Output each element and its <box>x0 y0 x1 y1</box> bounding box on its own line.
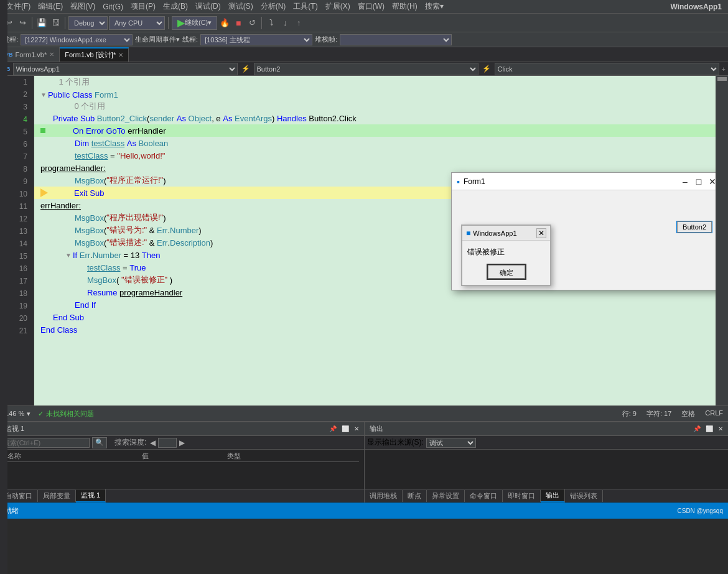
tab-label-form1: Form1.vb* <box>16 51 47 58</box>
col-info: 字符: 17 <box>646 409 671 419</box>
tab-output[interactable]: 输出 <box>541 489 565 502</box>
form-close-button[interactable]: ✕ <box>706 175 716 188</box>
save-icon[interactable]: 💾 <box>35 17 48 29</box>
debug-config-select[interactable]: Debug <box>68 16 108 30</box>
event-select[interactable]: Click <box>495 63 719 75</box>
menu-item-window[interactable]: 窗口(W) <box>354 0 388 13</box>
depth-prev[interactable]: ◀ <box>150 438 156 447</box>
watch-search-button[interactable]: 🔍 <box>92 437 107 448</box>
code-line-6: testClass = "Hello,world!" <box>34 149 716 162</box>
msgbox-ok-button[interactable]: 确定 <box>488 265 525 279</box>
menu-item-tools[interactable]: 工具(T) <box>289 0 321 13</box>
menubar: 文件(F) 编辑(E) 视图(V) Git(G) 项目(P) 生成(B) 调试(… <box>0 0 728 14</box>
tab-command-window[interactable]: 命令窗口 <box>465 490 503 502</box>
zoom-dropdown[interactable]: ▾ <box>27 410 30 418</box>
menu-item-project[interactable]: 项目(P) <box>127 0 159 13</box>
stop-button[interactable]: ■ <box>232 17 245 29</box>
tab-close-form1[interactable]: ✕ <box>49 51 54 58</box>
continue-button[interactable]: ▶ 继续(C)▾ <box>172 16 217 30</box>
method-select[interactable]: Button2 <box>254 63 478 75</box>
scroll-thumb[interactable] <box>717 77 727 81</box>
menu-item-debug[interactable]: 调试(D) <box>192 0 225 13</box>
no-issues-indicator: ✓ 未找到相关问题 <box>38 409 94 419</box>
watch-search-input[interactable] <box>2 438 90 448</box>
menu-item-git[interactable]: Git(G) <box>99 1 127 12</box>
collapse-2[interactable]: ▼ <box>40 91 47 98</box>
watch-depth-input[interactable]: 3 <box>158 438 177 448</box>
code-line-19: End Sub <box>34 311 716 323</box>
code-editor[interactable]: 1 个引用 ▼ Public Class Form1 0 个引用 Private… <box>34 76 716 405</box>
col-type: 类型 <box>225 451 359 462</box>
scrollbar[interactable] <box>716 76 728 405</box>
encoding-info: CRLF <box>705 409 723 419</box>
watch-title: 监视 1 <box>5 424 24 433</box>
output-pin-icon[interactable]: 📌 <box>693 425 701 432</box>
watch-pin-icon[interactable]: 📌 <box>329 425 337 432</box>
tab-locals[interactable]: 局部变量 <box>38 490 76 502</box>
menu-item-edit[interactable]: 编辑(E) <box>34 0 67 13</box>
output-close-icon[interactable]: ✕ <box>718 425 723 432</box>
tab-form1-design[interactable]: Form1.vb [设计]* ✕ <box>60 47 129 62</box>
msgbox-titlebar: ■ WindowsApp1 ✕ <box>462 226 550 241</box>
sep2 <box>65 17 65 29</box>
output-source-select[interactable]: 调试 <box>426 438 476 448</box>
depth-next[interactable]: ▶ <box>179 438 185 447</box>
tab-watch1[interactable]: 监视 1 <box>76 489 106 502</box>
menu-item-help[interactable]: 帮助(H) <box>388 0 421 13</box>
form1-window[interactable]: ▪ Form1 – □ ✕ ■ WindowsApp1 ✕ <box>451 172 716 290</box>
tab-close-form1-design[interactable]: ✕ <box>118 52 123 58</box>
menu-item-test[interactable]: 测试(S) <box>225 0 257 13</box>
tab-immediate-window[interactable]: 即时窗口 <box>503 490 541 502</box>
msgbox-dialog[interactable]: ■ WindowsApp1 ✕ 错误被修正 确定 <box>461 225 551 286</box>
col-name: 名称 <box>5 451 139 462</box>
watch-float-icon[interactable]: ⬜ <box>342 425 349 432</box>
form-button2[interactable]: Button2 <box>677 221 712 233</box>
form-maximize-button[interactable]: □ <box>692 175 706 188</box>
tab-callstack[interactable]: 调用堆栈 <box>365 490 403 502</box>
lifecycle-label: 生命周期事件▾ <box>135 35 180 44</box>
menu-item-extensions[interactable]: 扩展(X) <box>322 0 354 13</box>
zoom-control[interactable]: 146 % ▾ <box>5 410 30 418</box>
msgbox-title-text: WindowsApp1 <box>473 229 516 237</box>
expand-icon[interactable]: + <box>719 65 728 73</box>
watch-tabs: 自动窗口 局部变量 监视 1 <box>0 489 364 502</box>
tab-breakpoints[interactable]: 断点 <box>403 490 427 502</box>
tab-form1-vb[interactable]: VB Form1.vb* ✕ <box>0 47 60 62</box>
process-select[interactable]: [12272] WindowsApp1.exe <box>21 34 133 45</box>
step-out-icon[interactable]: ↑ <box>292 17 305 29</box>
menu-item-build[interactable]: 生成(B) <box>159 0 192 13</box>
menu-item-analyze[interactable]: 分析(N) <box>257 0 290 13</box>
step-over-icon[interactable]: ⤵ <box>265 17 278 29</box>
main-editor: 1 2 3 4 5 6 7 8 9 10 11 12 13 14 15 16 1… <box>0 76 728 405</box>
watch-toolbar: 🔍 搜索深度: ◀ 3 ▶ <box>0 436 364 450</box>
tab-exception-settings[interactable]: 异常设置 <box>427 490 465 502</box>
output-float-icon[interactable]: ⬜ <box>706 425 713 432</box>
thread-select[interactable]: [10336] 主线程 <box>200 34 312 45</box>
save-all-icon[interactable]: 🖫 <box>49 17 62 29</box>
watch-close-icon[interactable]: ✕ <box>354 425 359 432</box>
class-select[interactable]: WindowsApp1 <box>13 63 238 75</box>
restart-icon[interactable]: ↺ <box>246 17 258 29</box>
output-panel-header: 输出 📌 ⬜ ✕ <box>365 422 729 436</box>
hot-reload-icon[interactable]: 🔥 <box>218 17 231 29</box>
app-title: WindowsApp1 <box>666 1 726 12</box>
cpu-config-select[interactable]: Any CPU <box>109 16 165 30</box>
collapse-14[interactable]: ▼ <box>40 252 72 259</box>
redo-icon[interactable]: ↪ <box>16 17 29 29</box>
row-info: 行: 9 <box>622 409 637 419</box>
menu-item-view[interactable]: 视图(V) <box>67 0 99 13</box>
output-content <box>365 450 729 489</box>
line-numbers: 1 2 3 4 5 6 7 8 9 10 11 12 13 14 15 16 1… <box>0 76 34 405</box>
menu-item-search[interactable]: 搜索▾ <box>421 0 447 13</box>
form-minimize-button[interactable]: – <box>678 175 692 188</box>
main-statusbar: 就绪 CSDN @yngsqq <box>0 502 728 519</box>
output-title: 输出 <box>370 424 383 433</box>
tab-error-list[interactable]: 错误列表 <box>565 490 603 502</box>
source-label: 显示输出来源(S): <box>367 437 424 448</box>
step-into-icon[interactable]: ↓ <box>279 17 291 29</box>
watch-panel-header: 监视 1 📌 ⬜ ✕ <box>0 422 364 436</box>
sep4 <box>261 17 262 29</box>
depth-label: 搜索深度: <box>114 437 146 448</box>
msgbox-close-button[interactable]: ✕ <box>536 228 546 238</box>
stack-select[interactable] <box>340 34 452 45</box>
